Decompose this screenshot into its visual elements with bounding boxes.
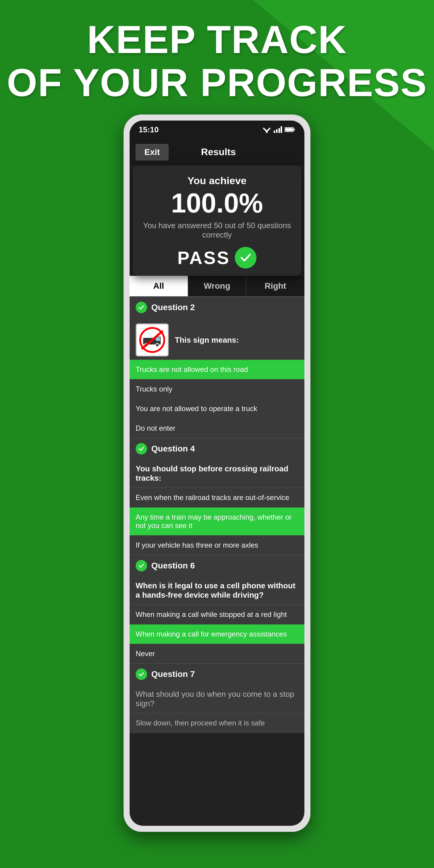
exit-button[interactable]: Exit — [135, 144, 168, 160]
header-title-text: KEEP TRACK OF YOUR PROGRESS — [0, 18, 434, 104]
tab-all[interactable]: All — [130, 276, 188, 296]
no-trucks-sign-svg — [138, 327, 166, 353]
results-card: You achieve 100.0% You have answered 50 … — [133, 166, 301, 276]
tab-wrong[interactable]: Wrong — [188, 276, 247, 296]
q7-answer-1-text: Slow down, then proceed when it is safe — [135, 719, 265, 727]
status-icons — [262, 126, 296, 133]
q6-answer-1-text: When making a call while stopped at a re… — [135, 610, 287, 618]
q7-check-icon — [138, 671, 145, 678]
no-trucks-sign — [135, 323, 169, 356]
q6-answer-3: Never — [130, 644, 304, 664]
questions-list: Question 2 — [130, 297, 304, 733]
q2-body: This sign means: — [130, 318, 304, 360]
svg-rect-3 — [274, 130, 275, 133]
svg-rect-8 — [293, 129, 295, 130]
q6-answer-2: When making a call for emergency assista… — [130, 624, 304, 644]
q4-check-circle — [135, 443, 147, 455]
phone-inner: 15:10 — [130, 121, 304, 826]
q7-answer-1: Slow down, then proceed when it is safe — [130, 713, 304, 733]
q2-answer-1-text: Trucks are not allowed on this road — [135, 365, 248, 373]
q4-answer-1: Even when the railroad tracks are out-of… — [130, 488, 304, 507]
q6-question-text: When is it legal to use a cell phone wit… — [135, 581, 296, 599]
status-time: 15:10 — [138, 125, 159, 134]
signal-icon — [274, 126, 282, 133]
q7-body: What should you do when you come to a st… — [130, 685, 304, 713]
q7-check-circle — [135, 669, 147, 680]
pass-label: PASS — [178, 247, 230, 268]
question-7-header: Question 7 — [130, 664, 304, 685]
pass-check-icon — [239, 251, 252, 264]
q2-check-circle — [135, 302, 147, 313]
q6-answer-2-text: When making a call for emergency assista… — [135, 630, 287, 638]
q2-question-text: This sign means: — [175, 336, 239, 345]
tab-bar: All Wrong Right — [130, 276, 304, 297]
q7-question-text: What should you do when you come to a st… — [135, 689, 294, 708]
correct-count-text: You have answered 50 out of 50 questions… — [142, 221, 292, 240]
app-bar: Exit Results — [130, 138, 304, 166]
svg-rect-6 — [281, 126, 282, 133]
question-6-header: Question 6 — [130, 555, 304, 576]
q2-answer-2: Trucks only — [130, 379, 304, 399]
achieve-label: You achieve — [142, 175, 292, 187]
q2-answer-4: Do not enter — [130, 418, 304, 438]
q4-question-text: You should stop before crossing railroad… — [135, 464, 288, 483]
q6-body: When is it legal to use a cell phone wit… — [130, 576, 304, 605]
svg-point-15 — [156, 343, 159, 347]
q2-answer-2-text: Trucks only — [135, 385, 173, 393]
q6-check-circle — [135, 560, 147, 571]
header-line2: OF YOUR PROGRESS — [7, 61, 427, 104]
svg-rect-9 — [285, 128, 293, 131]
phone-frame: 15:10 — [124, 115, 310, 832]
battery-icon — [284, 127, 296, 132]
q4-body: You should stop before crossing railroad… — [130, 459, 304, 488]
question-2-header: Question 2 — [130, 297, 304, 318]
q2-check-icon — [138, 304, 145, 311]
q2-title: Question 2 — [151, 303, 195, 312]
q2-answer-1: Trucks are not allowed on this road — [130, 360, 304, 379]
pass-check-circle — [235, 247, 256, 269]
app-bar-title: Results — [168, 147, 268, 158]
q6-check-icon — [138, 562, 145, 569]
svg-rect-16 — [156, 337, 160, 341]
q7-title: Question 7 — [151, 670, 195, 679]
page-header: KEEP TRACK OF YOUR PROGRESS — [0, 18, 434, 104]
pass-row: PASS — [142, 247, 292, 269]
tab-right[interactable]: Right — [246, 276, 304, 296]
percentage-display: 100.0% — [142, 190, 292, 217]
q2-answer-3-text: You are not allowed to operate a truck — [135, 404, 257, 412]
status-bar: 15:10 — [130, 121, 304, 138]
q4-answer-3-text: If your vehicle has three or more axles — [135, 541, 258, 549]
svg-rect-5 — [278, 128, 280, 133]
q4-title: Question 4 — [151, 444, 195, 454]
svg-rect-4 — [276, 129, 278, 133]
header-line1: KEEP TRACK — [87, 18, 347, 61]
q2-answer-3: You are not allowed to operate a truck — [130, 399, 304, 418]
q4-answer-1-text: Even when the railroad tracks are out-of… — [135, 493, 289, 501]
q6-title: Question 6 — [151, 561, 195, 570]
q4-check-icon — [138, 445, 145, 452]
q6-answer-1: When making a call while stopped at a re… — [130, 605, 304, 624]
q2-answer-4-text: Do not enter — [135, 424, 176, 432]
q4-answer-3: If your vehicle has three or more axles — [130, 535, 304, 555]
q4-answer-2-text: Any time a train may be approaching, whe… — [135, 513, 292, 530]
q6-answer-3-text: Never — [135, 650, 155, 658]
wifi-icon — [262, 126, 271, 133]
question-4-header: Question 4 — [130, 438, 304, 459]
q2-question-row: This sign means: — [135, 323, 299, 356]
q4-answer-2: Any time a train may be approaching, whe… — [130, 507, 304, 535]
